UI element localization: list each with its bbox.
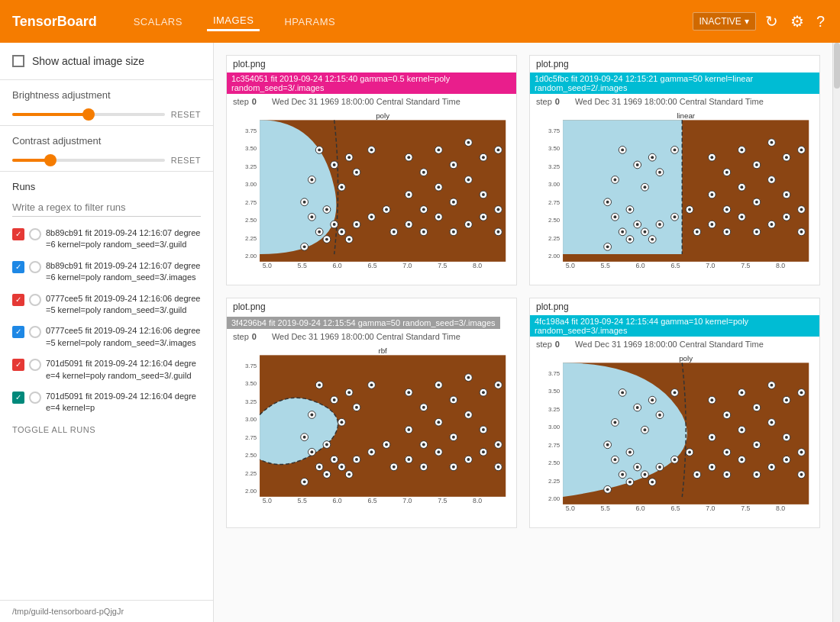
svg-point-149 — [785, 193, 788, 196]
timestamp: Wed Dec 31 1969 18:00:00 Central Standar… — [272, 332, 460, 341]
run-checkbox[interactable]: ✓ — [12, 392, 24, 404]
svg-point-236 — [482, 391, 485, 394]
scrollbar-thumb[interactable] — [834, 43, 840, 89]
svg-text:7.0: 7.0 — [402, 497, 412, 504]
brightness-slider-thumb[interactable] — [82, 108, 95, 121]
svg-text:6.5: 6.5 — [367, 262, 376, 269]
contrast-slider-thumb[interactable] — [44, 154, 57, 166]
svg-point-20 — [407, 156, 410, 159]
svg-text:2.25: 2.25 — [245, 470, 257, 477]
svg-point-385 — [628, 481, 632, 484]
svg-point-234 — [467, 376, 470, 379]
svg-point-369 — [785, 458, 788, 461]
run-checkbox[interactable]: ✓ — [12, 261, 24, 273]
svg-point-218 — [325, 443, 328, 446]
run-radio[interactable] — [29, 392, 41, 404]
run-checkbox[interactable]: ✓ — [12, 359, 24, 371]
svg-point-319 — [606, 443, 609, 446]
svg-point-109 — [613, 179, 616, 182]
svg-text:2.25: 2.25 — [548, 478, 561, 485]
run-radio[interactable] — [29, 228, 41, 240]
svg-point-111 — [651, 156, 654, 159]
run-radio[interactable] — [29, 326, 41, 338]
svg-point-107 — [636, 163, 639, 166]
svg-point-171 — [636, 223, 639, 226]
right-scrollbar[interactable] — [832, 43, 840, 622]
svg-point-313 — [636, 406, 639, 409]
svg-point-246 — [437, 421, 440, 424]
svg-point-159 — [755, 230, 758, 234]
run-checkbox[interactable]: ✓ — [12, 294, 24, 306]
svg-point-129 — [755, 163, 758, 166]
svg-point-18 — [370, 148, 373, 151]
svg-point-54 — [437, 215, 440, 218]
show-actual-size-checkbox[interactable] — [12, 55, 24, 67]
plot-run-tag: 4fc198a4 fit 2019-09-24 12:15:44 gamma=1… — [530, 315, 819, 337]
svg-point-6 — [310, 179, 313, 182]
brightness-slider-track[interactable] — [12, 113, 165, 116]
svg-point-210 — [333, 398, 336, 401]
svg-text:2.25: 2.25 — [548, 235, 561, 242]
runs-filter-input[interactable] — [12, 198, 201, 217]
svg-point-115 — [628, 208, 632, 211]
run-checkbox[interactable]: ✓ — [12, 326, 24, 338]
run-list-item: ✓0777cee5 fit 2019-09-24 12:16:06 degree… — [0, 321, 213, 353]
svg-point-181 — [643, 230, 646, 234]
svg-text:8.0: 8.0 — [473, 497, 482, 504]
svg-point-329 — [710, 398, 713, 401]
chevron-down-icon: ▾ — [745, 16, 749, 27]
run-checkbox[interactable]: ✓ — [12, 228, 24, 240]
svg-point-226 — [407, 391, 410, 394]
svg-point-189 — [696, 230, 699, 234]
svg-text:rbf: rbf — [378, 346, 387, 355]
svg-point-179 — [628, 238, 632, 241]
svg-point-262 — [452, 466, 455, 469]
svg-point-220 — [340, 421, 343, 424]
svg-point-222 — [355, 406, 358, 409]
svg-point-284 — [340, 466, 343, 469]
run-text: 701d5091 fit 2019-09-24 12:16:04 degree=… — [46, 391, 201, 414]
brightness-reset-button[interactable]: RESET — [171, 110, 201, 119]
svg-text:5.5: 5.5 — [298, 497, 307, 504]
sidebar-footer: /tmp/guild-tensorboard-pQjgJr — [0, 600, 213, 622]
svg-text:7.0: 7.0 — [706, 504, 715, 512]
svg-point-76 — [325, 238, 328, 241]
refresh-button[interactable]: ↻ — [762, 9, 781, 34]
svg-point-26 — [452, 163, 455, 166]
contrast-reset-button[interactable]: RESET — [171, 156, 201, 165]
svg-point-117 — [643, 185, 646, 189]
plot-card: plot.png3f4296b4 fit 2019-09-24 12:15:54… — [226, 298, 517, 528]
svg-point-12 — [325, 208, 328, 211]
contrast-slider-track[interactable] — [12, 159, 165, 162]
svg-text:5.5: 5.5 — [601, 504, 610, 512]
nav-scalars[interactable]: SCALARS — [128, 13, 189, 31]
svg-point-80 — [355, 223, 358, 226]
nav-images[interactable]: IMAGES — [207, 11, 260, 31]
nav-hparams[interactable]: HPARAMS — [278, 13, 341, 31]
svg-point-74 — [303, 245, 306, 248]
svg-point-278 — [347, 473, 351, 476]
help-button[interactable]: ? — [813, 10, 828, 34]
toggle-all-runs-button[interactable]: TOGGLE ALL RUNS — [0, 419, 213, 440]
svg-point-14 — [340, 185, 343, 189]
svg-point-58 — [467, 223, 470, 226]
run-radio[interactable] — [29, 261, 41, 273]
svg-point-135 — [800, 148, 803, 151]
svg-point-331 — [725, 414, 729, 417]
svg-text:7.0: 7.0 — [402, 262, 412, 269]
settings-button[interactable]: ⚙ — [787, 9, 807, 34]
step-label: step — [233, 332, 249, 341]
svg-point-321 — [628, 451, 632, 454]
main-layout: Show actual image size Brightness adjust… — [0, 43, 840, 622]
svg-point-224 — [370, 383, 373, 386]
run-radio[interactable] — [29, 294, 41, 306]
plot-grid: plot.png1c354051 fit 2019-09-24 12:15:40… — [226, 55, 820, 528]
sidebar: Show actual image size Brightness adjust… — [0, 43, 214, 622]
contrast-slider-row: RESET — [12, 156, 201, 165]
run-radio[interactable] — [29, 359, 41, 371]
svg-point-264 — [467, 458, 470, 461]
svg-point-84 — [385, 208, 388, 211]
svg-point-379 — [613, 458, 616, 461]
svg-point-24 — [437, 148, 440, 151]
run-selector[interactable]: INACTIVE ▾ — [693, 12, 756, 31]
